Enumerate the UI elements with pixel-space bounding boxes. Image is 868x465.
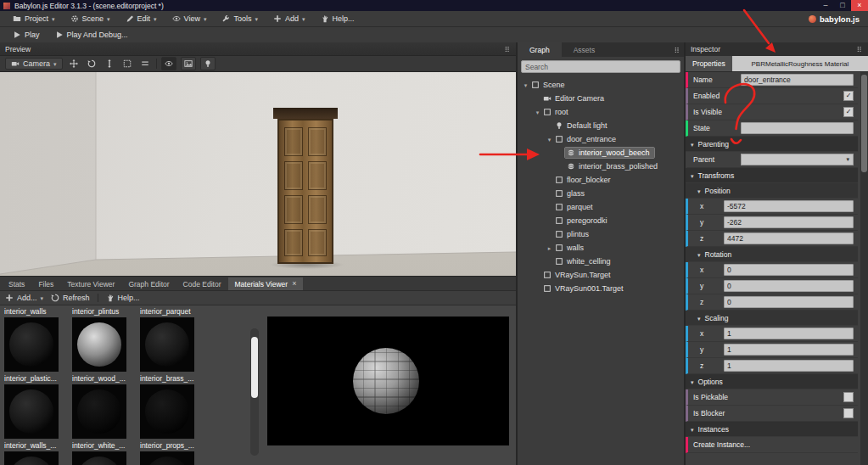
scaling-section-header[interactable]: Scaling xyxy=(686,311,858,326)
bounding-box-button[interactable] xyxy=(120,58,134,70)
scaling-x-input[interactable] xyxy=(724,328,854,339)
rotation-z-input[interactable] xyxy=(724,296,854,308)
tab-code-editor[interactable]: Code Editor xyxy=(176,277,228,290)
menu-view[interactable]: View xyxy=(165,11,215,26)
material-thumbnail[interactable] xyxy=(4,451,59,465)
tree-item-interior-brass-polished[interactable]: interior_brass_polished xyxy=(518,160,684,173)
rotate-tool-button[interactable] xyxy=(85,58,98,70)
material-interior-parquet[interactable]: interior_parquet xyxy=(140,307,208,372)
chevron-down-icon[interactable] xyxy=(522,81,529,89)
panel-drag-handle-icon[interactable] xyxy=(504,46,511,53)
show-textures-button[interactable] xyxy=(181,57,196,70)
tree-item-scene[interactable]: Scene xyxy=(518,78,684,92)
parenting-section-header[interactable]: Parenting xyxy=(686,137,858,152)
show-post-processes-button[interactable] xyxy=(161,57,176,70)
scaling-z-input[interactable] xyxy=(724,360,854,372)
tree-item-editor-camera[interactable]: Editor Camera xyxy=(518,92,684,105)
menu-edit[interactable]: Edit xyxy=(118,11,165,26)
play-and-debug-button[interactable]: Play And Debug... xyxy=(48,27,136,42)
tab-assets[interactable]: Assets xyxy=(562,42,608,57)
tree-item-interior-wood-beech[interactable]: interior_wood_beech xyxy=(518,146,684,160)
scaling-y-input[interactable] xyxy=(724,344,854,356)
material-interior-brass[interactable]: interior_brass_... xyxy=(140,374,208,439)
tree-item-floor-blocker[interactable]: floor_blocker xyxy=(518,173,684,187)
state-input[interactable] xyxy=(741,122,854,134)
scrollbar-thumb[interactable] xyxy=(861,75,867,172)
instances-section-header[interactable]: Instances xyxy=(686,422,858,437)
tab-properties[interactable]: Properties xyxy=(686,56,732,71)
tab-graph[interactable]: Graph xyxy=(518,42,562,57)
material-interior-props[interactable]: interior_props_... xyxy=(140,441,208,465)
materials-scrollbar[interactable] xyxy=(250,328,259,456)
tree-item-glass[interactable]: glass xyxy=(518,187,684,200)
material-thumbnail[interactable] xyxy=(140,384,194,439)
tab-stats[interactable]: Stats xyxy=(2,277,31,290)
minimize-button[interactable]: – xyxy=(817,0,834,11)
is-blocker-checkbox[interactable] xyxy=(843,408,854,418)
maximize-button[interactable]: □ xyxy=(834,0,851,11)
menu-scene[interactable]: Scene xyxy=(63,11,118,26)
chevron-down-icon[interactable] xyxy=(546,135,553,143)
menu-add[interactable]: Add xyxy=(266,11,313,26)
scene-viewport[interactable] xyxy=(0,72,516,276)
tab-files[interactable]: Files xyxy=(31,277,60,290)
position-x-input[interactable] xyxy=(724,200,854,212)
tree-item-root[interactable]: root xyxy=(518,105,684,119)
material-thumbnail[interactable] xyxy=(72,384,126,439)
tree-item-peregorodki[interactable]: peregorodki xyxy=(518,214,684,227)
material-interior-walls-2[interactable]: interior_walls_... xyxy=(4,441,72,465)
chevron-down-icon[interactable] xyxy=(534,108,541,116)
transforms-section-header[interactable]: Transfroms xyxy=(686,168,858,183)
enabled-checkbox[interactable] xyxy=(843,91,854,101)
name-input[interactable] xyxy=(741,74,854,86)
rotation-section-header[interactable]: Rotation xyxy=(686,247,858,262)
show-lights-button[interactable] xyxy=(200,57,216,70)
material-interior-walls[interactable]: interior_walls xyxy=(4,307,72,372)
material-interior-plastic[interactable]: interior_plastic... xyxy=(4,374,72,439)
search-input[interactable] xyxy=(521,60,680,73)
refresh-button[interactable]: Refresh xyxy=(51,294,90,302)
materials-help-button[interactable]: Help... xyxy=(106,294,140,302)
chevron-right-icon[interactable] xyxy=(546,244,553,252)
is-visible-checkbox[interactable] xyxy=(843,107,854,117)
tree-item-vraysun001-target[interactable]: VRaySun001.Target xyxy=(518,282,684,295)
tree-item-parquet[interactable]: parquet xyxy=(518,200,684,214)
tree-item-plintus[interactable]: plintus xyxy=(518,227,684,241)
tree-item-default-light[interactable]: Default light xyxy=(518,119,684,132)
door-entrance-mesh[interactable] xyxy=(277,108,333,264)
material-preview-canvas[interactable] xyxy=(267,317,509,445)
position-y-input[interactable] xyxy=(724,216,854,228)
material-thumbnail[interactable] xyxy=(72,317,126,372)
wireframe-button[interactable] xyxy=(138,58,152,70)
close-icon[interactable]: × xyxy=(292,280,296,288)
tab-pbr-metallic-roughness-material[interactable]: PBRMetallicRoughness Material xyxy=(732,56,868,71)
create-instance-row[interactable]: Create Instance... xyxy=(686,437,858,453)
material-thumbnail[interactable] xyxy=(140,317,194,372)
menu-help[interactable]: Help... xyxy=(313,11,362,26)
material-thumbnail[interactable] xyxy=(140,451,194,465)
tree-item-walls[interactable]: walls xyxy=(518,241,684,255)
scale-tool-button[interactable] xyxy=(103,58,116,70)
menu-project[interactable]: Project xyxy=(5,11,63,26)
add-material-button[interactable]: Add... xyxy=(5,294,43,302)
parent-select[interactable] xyxy=(741,154,854,165)
rotation-y-input[interactable] xyxy=(724,280,854,292)
tree-item-white-celling[interactable]: white_celling xyxy=(518,255,684,268)
tab-texture-viewer[interactable]: Texture Viewer xyxy=(60,277,121,290)
tree-item-vraysun-target[interactable]: VRaySun.Target xyxy=(518,268,684,282)
close-button[interactable]: × xyxy=(851,0,868,11)
material-thumbnail[interactable] xyxy=(72,451,126,465)
material-interior-wood[interactable]: interior_wood_... xyxy=(72,374,140,439)
play-button[interactable]: Play xyxy=(5,27,48,42)
position-section-header[interactable]: Position xyxy=(686,183,858,199)
material-thumbnail[interactable] xyxy=(4,317,59,372)
panel-drag-handle-icon[interactable] xyxy=(856,46,863,53)
material-interior-plintus[interactable]: interior_plintus xyxy=(72,307,140,372)
menu-tools[interactable]: Tools xyxy=(214,11,266,26)
material-interior-white[interactable]: interior_white_... xyxy=(72,441,140,465)
position-z-input[interactable] xyxy=(724,232,854,244)
panel-drag-handle-icon[interactable] xyxy=(670,44,684,56)
rotation-x-input[interactable] xyxy=(724,264,854,276)
tab-graph-editor[interactable]: Graph Editor xyxy=(121,277,176,290)
camera-dropdown[interactable]: Camera xyxy=(5,58,63,70)
